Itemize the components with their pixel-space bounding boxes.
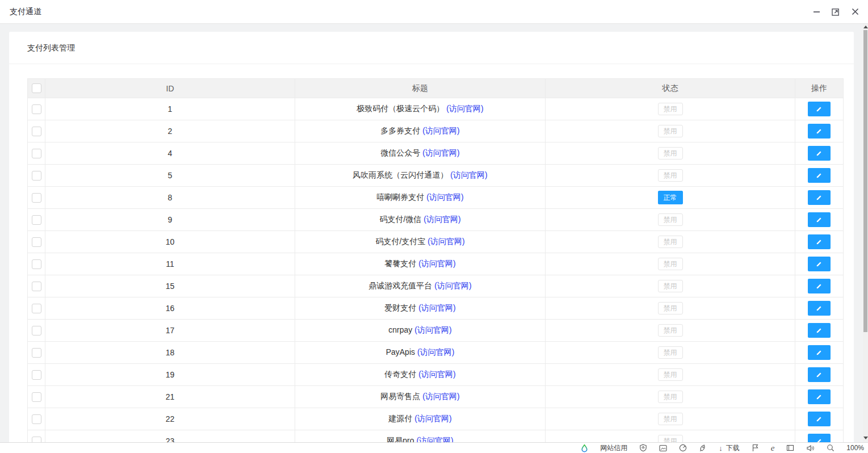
edit-button[interactable] bbox=[808, 345, 831, 360]
edit-button[interactable] bbox=[808, 124, 831, 139]
row-checkbox[interactable] bbox=[32, 437, 41, 442]
row-checkbox[interactable] bbox=[32, 414, 41, 424]
media-button[interactable] bbox=[659, 444, 667, 452]
visit-site-link[interactable]: (访问官网) bbox=[416, 436, 453, 442]
visit-site-link[interactable]: (访问官网) bbox=[418, 370, 455, 379]
status-badge[interactable]: 禁用 bbox=[658, 258, 683, 270]
close-button[interactable] bbox=[848, 5, 862, 19]
edit-button[interactable] bbox=[808, 190, 831, 205]
row-checkbox[interactable] bbox=[32, 348, 41, 358]
row-checkbox[interactable] bbox=[32, 237, 41, 247]
visit-site-link[interactable]: (访问官网) bbox=[422, 148, 459, 157]
visit-site-link[interactable]: (访问官网) bbox=[418, 303, 455, 312]
scrollbar-thumb[interactable] bbox=[863, 30, 867, 332]
visit-site-link[interactable]: (访问官网) bbox=[422, 126, 459, 135]
row-checkbox-cell bbox=[28, 231, 45, 253]
scroll-up-arrow-icon[interactable] bbox=[863, 26, 868, 28]
edit-button[interactable] bbox=[808, 257, 831, 271]
select-all-checkbox[interactable] bbox=[32, 83, 41, 93]
visit-site-link[interactable]: (访问官网) bbox=[423, 215, 460, 224]
visit-site-link[interactable]: (访问官网) bbox=[434, 281, 471, 290]
edit-button[interactable] bbox=[808, 146, 831, 161]
edit-button[interactable] bbox=[808, 367, 831, 382]
status-badge[interactable]: 禁用 bbox=[658, 324, 683, 337]
visit-site-link[interactable]: (访问官网) bbox=[417, 347, 454, 356]
edit-button[interactable] bbox=[808, 279, 831, 293]
status-badge[interactable]: 禁用 bbox=[658, 236, 683, 248]
zoom-search-button[interactable] bbox=[827, 444, 835, 452]
status-badge[interactable]: 禁用 bbox=[658, 125, 683, 137]
edit-button[interactable] bbox=[808, 434, 831, 442]
browser-statusbar: 网站信用 ↓ 下载 e bbox=[0, 442, 868, 453]
row-status-cell: 禁用 bbox=[546, 320, 795, 342]
status-badge[interactable]: 禁用 bbox=[658, 413, 683, 425]
scroll-down-arrow-icon[interactable] bbox=[863, 437, 868, 439]
edit-button[interactable] bbox=[808, 102, 831, 116]
maximize-button[interactable] bbox=[828, 5, 843, 19]
visit-site-link[interactable]: (访问官网) bbox=[414, 325, 451, 334]
row-checkbox[interactable] bbox=[32, 304, 41, 313]
row-checkbox-cell bbox=[28, 275, 45, 297]
row-checkbox-cell bbox=[28, 142, 45, 165]
visit-site-link[interactable]: (访问官网) bbox=[418, 259, 455, 268]
visit-site-link[interactable]: (访问官网) bbox=[427, 237, 464, 246]
report-button[interactable] bbox=[752, 444, 759, 452]
sound-button[interactable] bbox=[806, 444, 815, 452]
pencil-icon bbox=[815, 216, 823, 224]
site-credit-label[interactable]: 网站信用 bbox=[600, 443, 627, 453]
site-credit-drop[interactable] bbox=[581, 444, 588, 452]
zoom-level[interactable]: 100% bbox=[846, 444, 864, 452]
visit-site-link[interactable]: (访问官网) bbox=[450, 170, 487, 179]
status-badge[interactable]: 禁用 bbox=[658, 391, 683, 403]
row-title-cell: 网易寄售点(访问官网) bbox=[295, 386, 546, 408]
visit-site-link[interactable]: (访问官网) bbox=[414, 414, 451, 423]
visit-site-link[interactable]: (访问官网) bbox=[426, 192, 463, 202]
layout-button[interactable] bbox=[786, 444, 794, 451]
status-badge[interactable]: 禁用 bbox=[658, 302, 683, 314]
status-badge[interactable]: 正常 bbox=[658, 191, 683, 204]
edit-button[interactable] bbox=[808, 389, 831, 404]
row-checkbox[interactable] bbox=[32, 282, 41, 291]
row-checkbox[interactable] bbox=[32, 104, 41, 114]
visit-site-link[interactable]: (访问官网) bbox=[446, 104, 483, 113]
download-label[interactable]: 下载 bbox=[726, 443, 740, 453]
row-checkbox[interactable] bbox=[32, 193, 41, 203]
row-checkbox[interactable] bbox=[32, 149, 41, 158]
row-title: 微信公众号 bbox=[380, 148, 420, 157]
row-checkbox[interactable] bbox=[32, 370, 41, 380]
edit-button[interactable] bbox=[808, 168, 831, 183]
row-status-cell: 禁用 bbox=[546, 209, 795, 231]
row-checkbox[interactable] bbox=[32, 326, 41, 335]
edit-button[interactable] bbox=[808, 234, 831, 249]
row-status-cell: 禁用 bbox=[546, 342, 795, 364]
shield-button[interactable] bbox=[639, 444, 647, 452]
row-id: 21 bbox=[45, 386, 295, 408]
minimize-button[interactable] bbox=[809, 5, 824, 19]
edit-button[interactable] bbox=[808, 212, 831, 227]
status-badge[interactable]: 禁用 bbox=[658, 346, 683, 359]
speed-button[interactable] bbox=[679, 444, 687, 452]
row-checkbox[interactable] bbox=[32, 215, 41, 225]
download-arrow-icon[interactable]: ↓ bbox=[719, 444, 723, 452]
search-icon bbox=[827, 444, 835, 452]
row-action-cell bbox=[795, 342, 844, 364]
status-badge[interactable]: 禁用 bbox=[658, 169, 683, 182]
status-badge[interactable]: 禁用 bbox=[658, 435, 683, 442]
edit-button[interactable] bbox=[808, 301, 831, 316]
status-badge[interactable]: 禁用 bbox=[658, 213, 683, 226]
status-badge[interactable]: 禁用 bbox=[658, 103, 683, 115]
boost-button[interactable] bbox=[699, 444, 707, 452]
status-badge[interactable]: 禁用 bbox=[658, 368, 683, 381]
vertical-scrollbar[interactable] bbox=[863, 24, 868, 442]
status-badge[interactable]: 禁用 bbox=[658, 147, 683, 160]
row-checkbox[interactable] bbox=[32, 259, 41, 269]
row-checkbox[interactable] bbox=[32, 171, 41, 181]
edit-button[interactable] bbox=[808, 323, 831, 338]
row-checkbox[interactable] bbox=[32, 392, 41, 402]
edit-button[interactable] bbox=[808, 412, 831, 426]
row-checkbox[interactable] bbox=[32, 127, 41, 136]
ie-icon[interactable]: e bbox=[771, 444, 775, 452]
status-badge[interactable]: 禁用 bbox=[658, 280, 683, 292]
pencil-icon bbox=[815, 238, 823, 246]
visit-site-link[interactable]: (访问官网) bbox=[422, 392, 459, 401]
